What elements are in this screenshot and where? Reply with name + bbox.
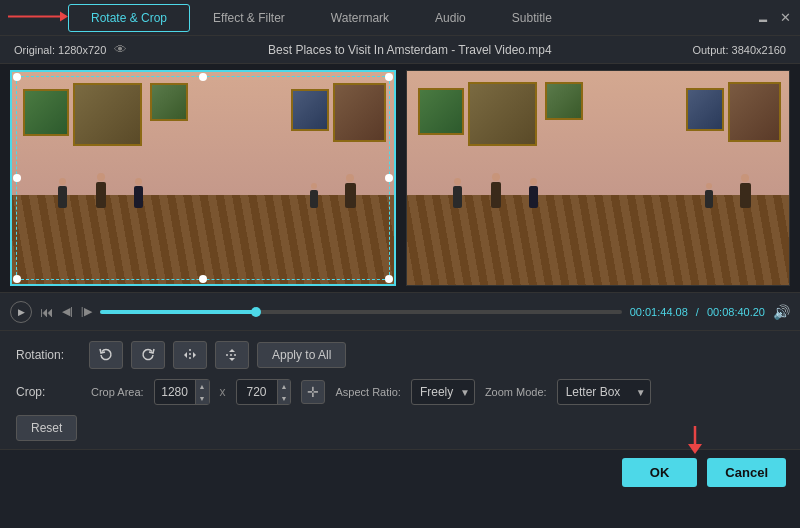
info-bar: Original: 1280x720 👁 Best Places to Visi… <box>0 36 800 64</box>
reset-button[interactable]: Reset <box>16 415 77 441</box>
footer: OK Cancel <box>0 449 800 495</box>
tab-watermark[interactable]: Watermark <box>308 4 412 32</box>
time-current: 00:01:44.08 <box>630 306 688 318</box>
scene-right <box>407 71 789 285</box>
play-button[interactable]: ▶ <box>10 301 32 323</box>
red-arrow-indicator <box>8 9 68 26</box>
playback-bar: ▶ ⏮ ◀| |▶ 00:01:44.08 / 00:08:40.20 🔊 <box>0 292 800 330</box>
time-total: 00:08:40.20 <box>707 306 765 318</box>
crop-height-up[interactable]: ▲ <box>277 380 291 392</box>
crop-height-input[interactable] <box>237 380 277 404</box>
person-r4 <box>705 183 713 208</box>
zoom-mode-label: Zoom Mode: <box>485 386 547 398</box>
frame-1 <box>23 89 69 136</box>
eye-icon[interactable]: 👁 <box>114 42 127 57</box>
cancel-button[interactable]: Cancel <box>707 458 786 487</box>
skip-back-button[interactable]: ⏮ <box>40 304 54 320</box>
tabs-container: Rotate & Crop Effect & Filter Watermark … <box>68 4 575 32</box>
progress-fill <box>100 310 257 314</box>
preview-left <box>10 70 396 286</box>
close-button[interactable]: ✕ <box>778 11 792 25</box>
tab-effect-filter[interactable]: Effect & Filter <box>190 4 308 32</box>
output-resolution: Output: 3840x2160 <box>692 44 786 56</box>
crop-row: Crop: Crop Area: ▲ ▼ x ▲ ▼ ✛ Aspect Rati… <box>16 379 784 405</box>
tab-subtitle[interactable]: Subtitle <box>489 4 575 32</box>
scene-floor-right <box>407 195 789 285</box>
bottom-row: Reset <box>16 415 784 441</box>
flip-horizontal-button[interactable] <box>173 341 207 369</box>
filename: Best Places to Visit In Amsterdam - Trav… <box>268 43 552 57</box>
preview-area <box>0 64 800 292</box>
preview-right <box>406 70 790 286</box>
frame-fwd-button[interactable]: |▶ <box>81 305 92 318</box>
minimize-button[interactable]: 🗕 <box>756 11 770 25</box>
person-r1 <box>453 178 462 208</box>
crop-height-arrows: ▲ ▼ <box>277 380 291 404</box>
zoom-mode-select-wrap: Letter Box Pan & Scan None ▼ <box>557 379 651 405</box>
controls-section: Rotation: <box>0 330 800 449</box>
aspect-ratio-label: Aspect Ratio: <box>335 386 400 398</box>
crop-area-label: Crop Area: <box>91 386 144 398</box>
original-resolution: Original: 1280x720 <box>14 44 106 56</box>
frame-r5 <box>686 88 724 131</box>
person-4 <box>310 183 318 208</box>
frame-r3 <box>545 82 583 121</box>
crop-label: Crop: <box>16 385 81 399</box>
video-preview-left <box>12 72 394 284</box>
down-arrow-indicator <box>685 426 705 462</box>
frame-r2 <box>468 82 537 146</box>
person-r2 <box>491 173 501 208</box>
rotation-label: Rotation: <box>16 348 81 362</box>
frame-4 <box>333 83 386 142</box>
flip-vertical-button[interactable] <box>215 341 249 369</box>
crop-width-up[interactable]: ▲ <box>195 380 209 392</box>
crop-height-down[interactable]: ▼ <box>277 392 291 404</box>
svg-marker-5 <box>688 444 702 454</box>
rotate-cw-button[interactable] <box>131 341 165 369</box>
tab-audio[interactable]: Audio <box>412 4 489 32</box>
rotate-ccw-button[interactable] <box>89 341 123 369</box>
aspect-ratio-select[interactable]: Freely 16:9 4:3 1:1 21:9 <box>411 379 475 405</box>
crop-height-input-wrap: ▲ ▼ <box>236 379 292 405</box>
top-bar: Rotate & Crop Effect & Filter Watermark … <box>0 0 800 36</box>
person-5 <box>345 174 356 208</box>
person-r3 <box>529 178 538 208</box>
aspect-ratio-select-wrap: Freely 16:9 4:3 1:1 21:9 ▼ <box>411 379 475 405</box>
svg-marker-1 <box>60 11 68 21</box>
person-r5 <box>740 174 751 208</box>
frame-back-button[interactable]: ◀| <box>62 305 73 318</box>
frame-3 <box>150 83 188 121</box>
frame-r1 <box>418 88 464 135</box>
video-preview-right <box>407 71 789 285</box>
frame-5 <box>291 89 329 131</box>
info-left: Original: 1280x720 👁 <box>14 42 127 57</box>
rotation-row: Rotation: <box>16 341 784 369</box>
crop-width-arrows: ▲ ▼ <box>195 380 209 404</box>
person-2 <box>96 173 106 208</box>
person-3 <box>134 178 143 208</box>
tab-rotate-crop[interactable]: Rotate & Crop <box>68 4 190 32</box>
crop-width-down[interactable]: ▼ <box>195 392 209 404</box>
zoom-mode-select[interactable]: Letter Box Pan & Scan None <box>557 379 651 405</box>
crop-width-input[interactable] <box>155 380 195 404</box>
time-separator: / <box>696 306 699 318</box>
person-1 <box>58 178 67 208</box>
apply-to-all-button[interactable]: Apply to All <box>257 342 346 368</box>
frame-2 <box>73 83 142 147</box>
scene-floor-left <box>12 195 394 284</box>
crop-width-input-wrap: ▲ ▼ <box>154 379 210 405</box>
ok-button[interactable]: OK <box>622 458 698 487</box>
scene-left <box>12 72 394 284</box>
progress-thumb[interactable] <box>251 307 261 317</box>
frame-r4 <box>728 82 781 142</box>
volume-icon[interactable]: 🔊 <box>773 304 790 320</box>
move-icon[interactable]: ✛ <box>301 380 325 404</box>
crop-dimension-separator: x <box>220 385 226 399</box>
progress-bar[interactable] <box>100 310 622 314</box>
window-controls: 🗕 ✕ <box>756 11 792 25</box>
